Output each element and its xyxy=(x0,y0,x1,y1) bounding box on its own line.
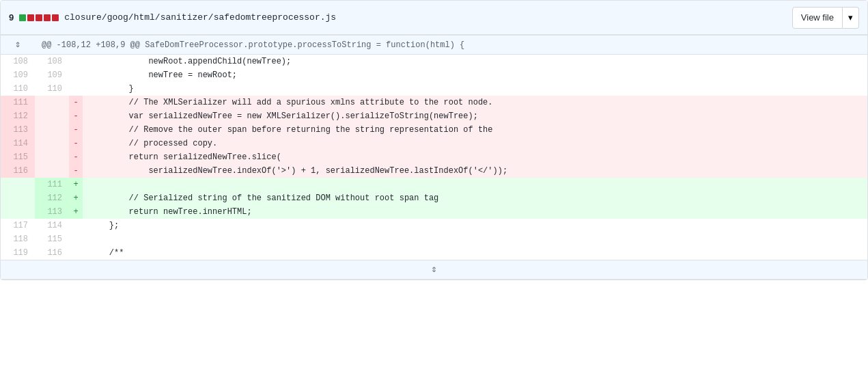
stat-block xyxy=(27,14,34,21)
line-sign xyxy=(69,68,83,82)
line-num-left: 115 xyxy=(1,150,35,164)
chevron-down-icon: ▾ xyxy=(848,12,853,23)
stat-block xyxy=(36,14,42,21)
diff-file-header: 9 closure/goog/html/sanitizer/safedomtre… xyxy=(1,1,867,35)
line-num-left xyxy=(1,178,35,191)
hunk-header-text: @@ -108,12 +108,9 @@ SafeDomTreeProcesso… xyxy=(35,36,867,55)
stat-block xyxy=(44,14,51,21)
line-num-left: 116 xyxy=(1,164,35,178)
line-num-right: 108 xyxy=(35,55,69,69)
line-code: // Remove the outer span before returnin… xyxy=(83,123,867,137)
line-sign: + xyxy=(69,205,83,219)
table-row: 114 - // processed copy. xyxy=(1,137,867,150)
line-code: /** xyxy=(83,246,867,260)
stat-block xyxy=(52,14,59,21)
line-num-left: 108 xyxy=(1,55,35,69)
line-num-right xyxy=(35,150,69,164)
line-num-left: 111 xyxy=(1,96,35,109)
line-sign: - xyxy=(69,137,83,150)
line-num-right: 110 xyxy=(35,82,69,96)
line-num-left: 112 xyxy=(1,109,35,123)
line-num-right xyxy=(35,123,69,137)
line-code xyxy=(83,178,867,191)
line-sign: - xyxy=(69,96,83,109)
line-num-left xyxy=(1,191,35,205)
line-sign: - xyxy=(69,109,83,123)
line-num-left: 114 xyxy=(1,137,35,150)
line-num-left: 110 xyxy=(1,82,35,96)
table-row: 113 + return newTree.innerHTML; xyxy=(1,205,867,219)
line-code: } xyxy=(83,82,867,96)
file-number: 9 xyxy=(9,12,14,23)
line-code: return serializedNewTree.slice( xyxy=(83,150,867,164)
line-sign xyxy=(69,246,83,260)
line-code: // Serialized string of the sanitized DO… xyxy=(83,191,867,205)
expand-icon-bottom[interactable]: ⇕ xyxy=(1,260,867,280)
line-sign xyxy=(69,232,83,246)
line-num-left xyxy=(1,205,35,219)
line-sign: + xyxy=(69,178,83,191)
view-file-chevron-button[interactable]: ▾ xyxy=(843,7,859,29)
line-code: newTree = newRoot; xyxy=(83,68,867,82)
diff-header-right: View file ▾ xyxy=(792,7,859,29)
line-num-right: 111 xyxy=(35,178,69,191)
diff-stat-blocks xyxy=(19,14,59,21)
line-num-left: 117 xyxy=(1,219,35,232)
diff-header-left: 9 closure/goog/html/sanitizer/safedomtre… xyxy=(9,12,336,23)
line-num-right: 115 xyxy=(35,232,69,246)
line-sign xyxy=(69,219,83,232)
line-sign xyxy=(69,82,83,96)
line-num-right xyxy=(35,137,69,150)
line-num-right: 109 xyxy=(35,68,69,82)
line-sign: - xyxy=(69,164,83,178)
expand-arrows-icon-bottom: ⇕ xyxy=(431,264,436,275)
table-row: 111 - // The XMLSerializer will add a sp… xyxy=(1,96,867,109)
table-row: 112 + // Serialized string of the saniti… xyxy=(1,191,867,205)
line-code: serializedNewTree.indexOf('>') + 1, seri… xyxy=(83,164,867,178)
table-row: 117 114 }; xyxy=(1,219,867,232)
table-row: 109 109 newTree = newRoot; xyxy=(1,68,867,82)
line-sign: - xyxy=(69,123,83,137)
line-code: newRoot.appendChild(newTree); xyxy=(83,55,867,69)
expand-icon-top[interactable]: ⇕ xyxy=(1,36,35,55)
line-num-left: 109 xyxy=(1,68,35,82)
line-code: }; xyxy=(83,219,867,232)
line-code: // The XMLSerializer will add a spurious… xyxy=(83,96,867,109)
table-row: 115 - return serializedNewTree.slice( xyxy=(1,150,867,164)
diff-container: 9 closure/goog/html/sanitizer/safedomtre… xyxy=(0,0,868,280)
line-sign: - xyxy=(69,150,83,164)
line-num-right: 114 xyxy=(35,219,69,232)
expand-row-top[interactable]: ⇕ @@ -108,12 +108,9 @@ SafeDomTreeProces… xyxy=(1,36,867,55)
file-path: closure/goog/html/sanitizer/safedomtreep… xyxy=(64,12,336,23)
table-row: 108 108 newRoot.appendChild(newTree); xyxy=(1,55,867,69)
line-num-left: 119 xyxy=(1,246,35,260)
stat-block xyxy=(19,14,26,21)
line-code xyxy=(83,232,867,246)
table-row: 110 110 } xyxy=(1,82,867,96)
line-num-left: 118 xyxy=(1,232,35,246)
table-row: 118 115 xyxy=(1,232,867,246)
line-code: var serializedNewTree = new XMLSerialize… xyxy=(83,109,867,123)
expand-arrows-icon: ⇕ xyxy=(15,39,20,50)
line-num-right: 113 xyxy=(35,205,69,219)
table-row: 113 - // Remove the outer span before re… xyxy=(1,123,867,137)
line-code: // processed copy. xyxy=(83,137,867,150)
table-row: 119 116 /** xyxy=(1,246,867,260)
line-sign: + xyxy=(69,191,83,205)
line-sign xyxy=(69,55,83,69)
line-num-right: 112 xyxy=(35,191,69,205)
diff-table: ⇕ @@ -108,12 +108,9 @@ SafeDomTreeProces… xyxy=(1,35,867,280)
expand-row-bottom[interactable]: ⇕ xyxy=(1,260,867,280)
table-row: 111 + xyxy=(1,178,867,191)
line-num-right xyxy=(35,96,69,109)
line-code: return newTree.innerHTML; xyxy=(83,205,867,219)
view-file-button[interactable]: View file xyxy=(792,7,843,29)
line-num-right xyxy=(35,109,69,123)
line-num-right xyxy=(35,164,69,178)
table-row: 112 - var serializedNewTree = new XMLSer… xyxy=(1,109,867,123)
line-num-right: 116 xyxy=(35,246,69,260)
line-num-left: 113 xyxy=(1,123,35,137)
table-row: 116 - serializedNewTree.indexOf('>') + 1… xyxy=(1,164,867,178)
